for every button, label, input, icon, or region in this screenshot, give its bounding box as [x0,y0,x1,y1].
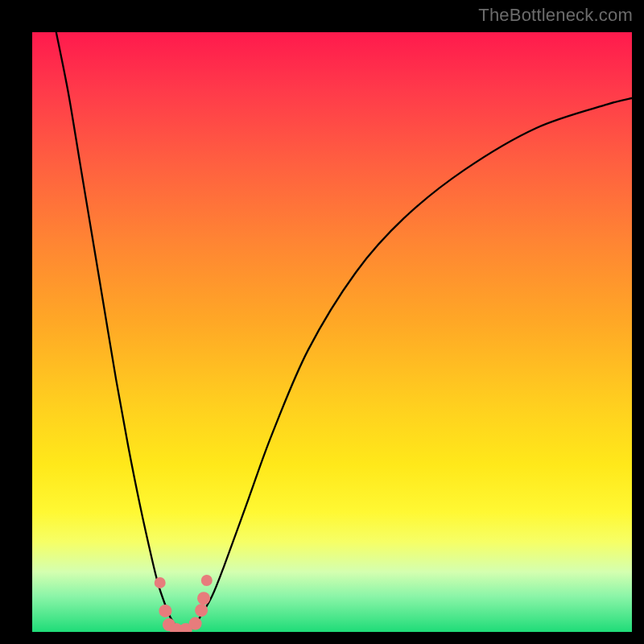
watermark-text: TheBottleneck.com [478,5,633,26]
chart-frame: TheBottleneck.com [0,0,644,644]
plot-area [32,32,632,632]
